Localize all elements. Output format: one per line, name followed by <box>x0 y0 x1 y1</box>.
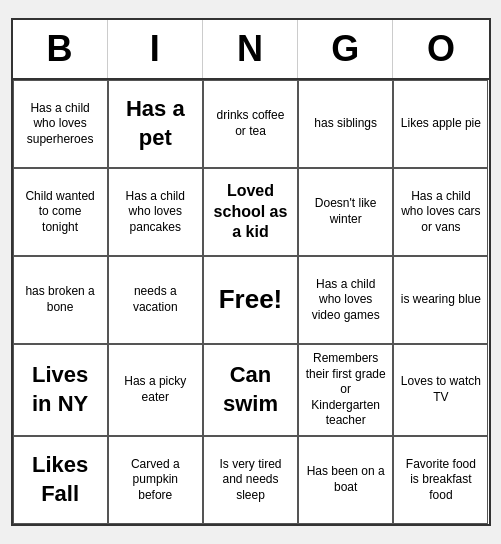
bingo-grid: Has a child who loves superheroesHas a p… <box>13 80 489 524</box>
bingo-cell-10: has broken a bone <box>13 256 108 344</box>
bingo-cell-7: Loved school as a kid <box>203 168 298 256</box>
bingo-letter-g: G <box>298 20 393 78</box>
bingo-cell-5: Child wanted to come tonight <box>13 168 108 256</box>
bingo-cell-6: Has a child who loves pancakes <box>108 168 203 256</box>
bingo-cell-15: Lives in NY <box>13 344 108 436</box>
bingo-cell-2: drinks coffee or tea <box>203 80 298 168</box>
bingo-cell-20: Likes Fall <box>13 436 108 524</box>
bingo-cell-17: Can swim <box>203 344 298 436</box>
bingo-cell-19: Loves to watch TV <box>393 344 488 436</box>
bingo-cell-0: Has a child who loves superheroes <box>13 80 108 168</box>
bingo-cell-8: Doesn't like winter <box>298 168 393 256</box>
bingo-cell-4: Likes apple pie <box>393 80 488 168</box>
bingo-cell-3: has siblings <box>298 80 393 168</box>
bingo-cell-18: Remembers their first grade or Kindergar… <box>298 344 393 436</box>
bingo-letter-b: B <box>13 20 108 78</box>
bingo-cell-1: Has a pet <box>108 80 203 168</box>
bingo-cell-14: is wearing blue <box>393 256 488 344</box>
bingo-cell-23: Has been on a boat <box>298 436 393 524</box>
bingo-cell-9: Has a child who loves cars or vans <box>393 168 488 256</box>
bingo-letter-o: O <box>393 20 488 78</box>
bingo-cell-16: Has a picky eater <box>108 344 203 436</box>
bingo-card: BINGO Has a child who loves superheroesH… <box>11 18 491 526</box>
bingo-header: BINGO <box>13 20 489 80</box>
bingo-letter-n: N <box>203 20 298 78</box>
bingo-letter-i: I <box>108 20 203 78</box>
bingo-cell-12: Free! <box>203 256 298 344</box>
bingo-cell-11: needs a vacation <box>108 256 203 344</box>
bingo-cell-21: Carved a pumpkin before <box>108 436 203 524</box>
bingo-cell-22: Is very tired and needs sleep <box>203 436 298 524</box>
bingo-cell-24: Favorite food is breakfast food <box>393 436 488 524</box>
bingo-cell-13: Has a child who loves video games <box>298 256 393 344</box>
